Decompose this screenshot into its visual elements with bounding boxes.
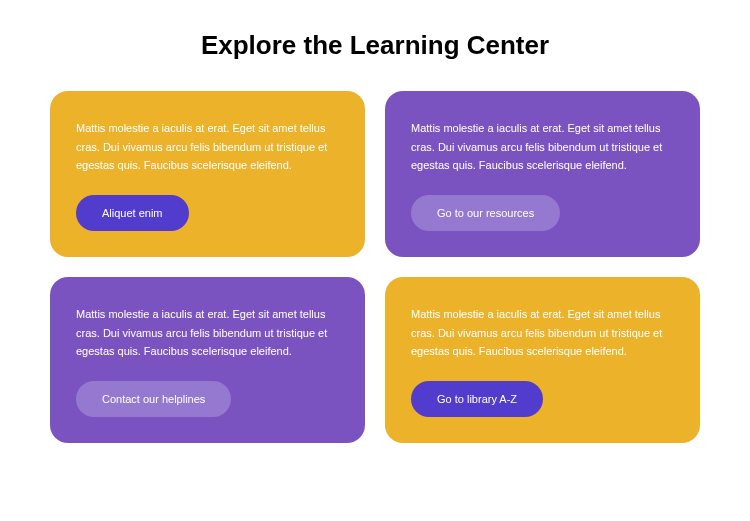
card-4-text: Mattis molestie a iaculis at erat. Eget … xyxy=(411,305,674,361)
go-to-library-button[interactable]: Go to library A-Z xyxy=(411,381,543,417)
card-3-text: Mattis molestie a iaculis at erat. Eget … xyxy=(76,305,339,361)
aliquet-enim-button[interactable]: Aliquet enim xyxy=(76,195,189,231)
card-3: Mattis molestie a iaculis at erat. Eget … xyxy=(50,277,365,443)
card-2: Mattis molestie a iaculis at erat. Eget … xyxy=(385,91,700,257)
contact-helplines-button[interactable]: Contact our helplines xyxy=(76,381,231,417)
card-grid: Mattis molestie a iaculis at erat. Eget … xyxy=(50,91,700,443)
card-4: Mattis molestie a iaculis at erat. Eget … xyxy=(385,277,700,443)
card-1: Mattis molestie a iaculis at erat. Eget … xyxy=(50,91,365,257)
card-2-text: Mattis molestie a iaculis at erat. Eget … xyxy=(411,119,674,175)
page-container: Explore the Learning Center Mattis moles… xyxy=(0,0,750,473)
go-to-resources-button[interactable]: Go to our resources xyxy=(411,195,560,231)
card-1-text: Mattis molestie a iaculis at erat. Eget … xyxy=(76,119,339,175)
page-title: Explore the Learning Center xyxy=(50,30,700,61)
